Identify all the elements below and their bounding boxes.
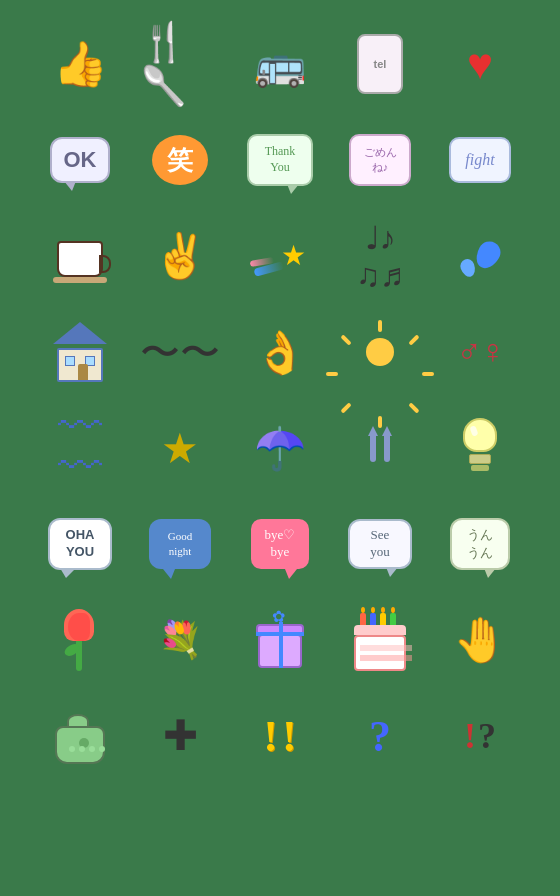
cake-top (354, 625, 406, 635)
cup-body (57, 241, 103, 277)
flame-2 (371, 607, 375, 613)
bus-sticker: 🚌 (240, 24, 320, 104)
house-sticker (40, 312, 120, 392)
cell-tulip (30, 592, 130, 688)
flame-1 (361, 607, 365, 613)
cell-blue-swirls: 〰〰 (30, 400, 130, 496)
tel-label: tel (374, 58, 387, 70)
ok-hand-sticker: 👌 (240, 312, 320, 392)
cup-handle (99, 255, 111, 273)
small-dot-4 (99, 746, 105, 752)
shooting-star-sticker: ★ (240, 216, 320, 296)
flame-3 (381, 607, 385, 613)
gomen-bubble-sticker: ごめんね♪ (340, 120, 420, 200)
sun-ray-1 (408, 334, 419, 345)
cell-house (30, 304, 130, 400)
goodnight-label: Goodnight (168, 529, 192, 560)
bulb-base (469, 454, 491, 464)
ok-bubble-sticker: OK (40, 120, 120, 200)
sun-sticker (340, 312, 420, 392)
gift-ribbon-horizontal (256, 632, 304, 636)
swirl-sticker: 〜〜 (140, 312, 220, 392)
thankyou-label: ThankYou (265, 144, 296, 175)
star-yellow: ★ (281, 239, 306, 272)
cell-question: ? (330, 688, 430, 784)
sticker-grid: 👍 🍴🥄 🚌 tel ♥ OK 笑 Than (22, 8, 538, 888)
purse-dots-row (69, 746, 105, 752)
fight-bubble-sticker: fight (440, 120, 520, 200)
cup-saucer (53, 277, 107, 283)
sun-ray-2 (422, 372, 434, 376)
interrobang-question: ? (478, 715, 496, 757)
cell-music: ♩♪♫♬ (330, 208, 430, 304)
lightbulb-sticker (440, 408, 520, 488)
house-roof (53, 322, 107, 344)
exclaim-2: ! (282, 711, 297, 762)
tulip-sticker (40, 600, 120, 680)
cell-raindrops (330, 400, 430, 496)
cell-gomen-bubble: ごめんね♪ (330, 112, 430, 208)
small-dot-2 (79, 746, 85, 752)
interrobang-exclaim: ! (464, 715, 476, 757)
byebye-label: bye♡bye (265, 527, 296, 561)
exclaim-1: ! (263, 711, 278, 762)
sun-ray-7 (340, 334, 351, 345)
cell-gender: ♂♀ (430, 304, 530, 400)
cell-ohayou: OHAYOU (30, 496, 130, 592)
drop1 (471, 237, 504, 272)
fork-spoon-sticker: 🍴🥄 (140, 24, 220, 104)
cell-gift: ✿ (230, 592, 330, 688)
cell-laugh-bubble: 笑 (130, 112, 230, 208)
cell-lightbulb (430, 400, 530, 496)
gender-sticker: ♂♀ (440, 312, 520, 392)
wave-hand-sticker: 🤚 (440, 600, 520, 680)
peace-sticker: ✌️ (140, 216, 220, 296)
unun-sticker: うんうん (440, 504, 520, 584)
cell-peace: ✌️ (130, 208, 230, 304)
cell-thankyou-bubble: ThankYou (230, 112, 330, 208)
ohayou-sticker: OHAYOU (40, 504, 120, 584)
drop-sticker (440, 216, 520, 296)
cell-drop (430, 208, 530, 304)
seeyou-label: Seeyou (370, 527, 390, 561)
cell-ok-hand: 👌 (230, 304, 330, 400)
cell-exclaim: ! ! (230, 688, 330, 784)
gomen-label: ごめんね♪ (364, 145, 397, 176)
sun-circle (366, 338, 394, 366)
blue-swirls-sticker: 〰〰 (40, 408, 120, 488)
laugh-label: 笑 (167, 143, 193, 178)
purse-sticker (40, 696, 120, 776)
bouquet-sticker: 💐 (140, 600, 220, 680)
cake-body (354, 635, 406, 671)
umbrella-sticker: ☂️ (240, 408, 320, 488)
cell-purse (30, 688, 130, 784)
byebye-sticker: bye♡bye (240, 504, 320, 584)
cake-stripe-bottom (360, 655, 412, 661)
cross-sticker: ✚ (140, 696, 220, 776)
thankyou-bubble-sticker: ThankYou (240, 120, 320, 200)
exclaim-question-sticker: ! ? (440, 696, 520, 776)
small-dot-1 (69, 746, 75, 752)
cell-heart: ♥ (430, 16, 530, 112)
music-sticker: ♩♪♫♬ (340, 216, 420, 296)
sun-ray-0 (378, 320, 382, 332)
tulip-head (64, 609, 94, 641)
cell-unun: うんうん (430, 496, 530, 592)
cell-cafe: Cafe (30, 208, 130, 304)
cake-sticker (340, 600, 420, 680)
flame-4 (391, 607, 395, 613)
question-sticker: ? (340, 696, 420, 776)
small-dot-3 (89, 746, 95, 752)
cell-byebye: bye♡bye (230, 496, 330, 592)
cell-cake (330, 592, 430, 688)
gift-ribbon-vertical (279, 622, 283, 668)
cake-stripe-top (360, 645, 412, 651)
cell-bus: 🚌 (230, 16, 330, 112)
cell-umbrella: ☂️ (230, 400, 330, 496)
cell-sun (330, 304, 430, 400)
sun-ray-6 (326, 372, 338, 376)
house-window-left (65, 356, 75, 366)
bulb-head (463, 418, 497, 452)
raindrop-1 (370, 434, 376, 462)
cell-fight-bubble: fight (430, 112, 530, 208)
